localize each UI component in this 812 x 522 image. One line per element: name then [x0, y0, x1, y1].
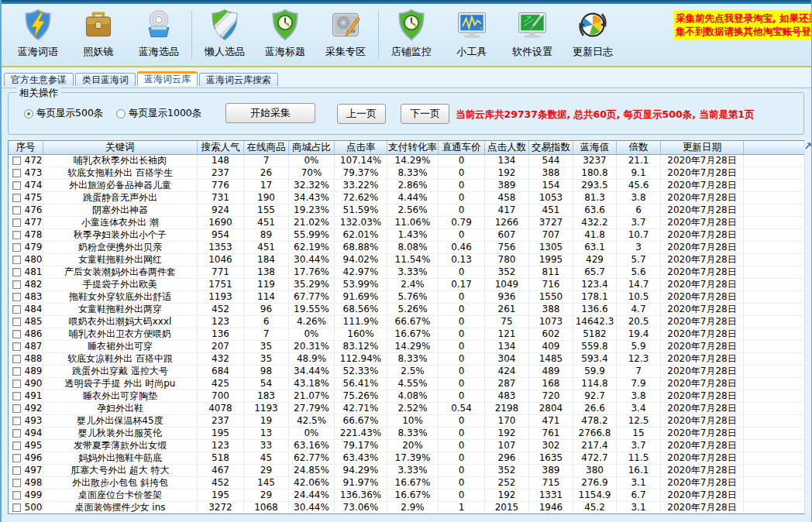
column-header-9[interactable]: 交易指数 [529, 141, 573, 154]
tab-word-cloud-db[interactable]: 蓝海词云库 [137, 71, 198, 86]
table-row[interactable]: 476阴塞外出神器92415519.23%51.59%2.56%04174516… [9, 204, 807, 217]
table-row[interactable]: 482手提袋子外出欧美175111935.29%53.99%2.4%0.1710… [9, 279, 807, 291]
row-checkbox[interactable] [12, 318, 21, 326]
prev-page-button[interactable]: 上一页 [337, 104, 386, 124]
toolbar-item-demon-mirror[interactable]: 照妖镜 [68, 8, 129, 59]
table-cell: 哺乳衣外出卫衣方便喂奶 [43, 328, 198, 340]
table-row[interactable]: 485喂奶衣外出潮妈大码xxxl12364.26%111.9%66.67%075… [9, 316, 807, 328]
row-checkbox[interactable] [12, 429, 21, 438]
row-checkbox[interactable] [12, 404, 21, 413]
column-header-11[interactable]: 倍数 [617, 141, 661, 154]
row-checkbox[interactable] [12, 441, 21, 450]
column-header-10[interactable]: 蓝海值 [573, 141, 617, 154]
row-checkbox[interactable] [12, 355, 21, 363]
vertical-scrollbar[interactable] [804, 140, 811, 514]
column-header-1[interactable]: 关键词 [43, 141, 198, 154]
login-warning-banner[interactable]: 采集前先点我登录淘宝, 如果还采 集不到数据请换其他淘宝账号登录 [673, 10, 811, 40]
table-cell: 2020年7月28日 [661, 428, 744, 439]
table-cell-filler [744, 440, 807, 452]
table-row[interactable]: 480女童鞋拖鞋外出网红104618430.44%94.02%11.54%0.1… [9, 254, 807, 266]
table-cell: 700 [198, 390, 244, 402]
row-checkbox[interactable] [12, 268, 21, 276]
table-row[interactable]: 481产后女装潮妈外出春两件套77113817.76%42.97%3.33%03… [9, 266, 807, 279]
row-checkbox[interactable] [12, 466, 21, 475]
tab-word-cloud-search[interactable]: 蓝海词云库搜索 [199, 73, 278, 86]
table-row[interactable]: 497肛塞大号外出 超大 特大4672924.85%94.29%3.33%035… [9, 465, 807, 477]
table-row[interactable]: 494婴儿秋装外出服英伦195130%221.43%8.33%019276127… [9, 428, 807, 440]
column-header-8[interactable]: 点击人数 [485, 141, 529, 154]
table-cell: 389 [485, 180, 529, 191]
table-row[interactable]: 492孕妇外出鞋4078119327.79%42.71%2.52%0.54219… [9, 403, 807, 415]
table-cell: 29 [244, 465, 289, 476]
table-row[interactable]: 477小童连体衣外出 潮169045121.02%132.03%11.06%0.… [9, 217, 807, 229]
toolbar-item-collect-zone[interactable]: 采集专区 [315, 8, 376, 59]
row-checkbox[interactable] [12, 417, 21, 425]
table-row[interactable]: 495发带夏季薄款外出女缎1233363.16%79.17%20%0107302… [9, 440, 807, 452]
toolbar-item-software-settings[interactable]: 软件设置 [502, 8, 563, 59]
row-checkbox[interactable] [12, 379, 21, 388]
toolbar-item-shop-monitor[interactable]: 店铺监控 [381, 8, 442, 59]
row-checkbox[interactable] [12, 181, 21, 190]
row-checkbox[interactable] [12, 293, 21, 301]
row-checkbox[interactable] [12, 243, 21, 252]
table-row[interactable]: 474外出旅游必备品神器儿童7761732.32%33.22%2.86%0389… [9, 180, 807, 192]
table-row[interactable]: 499桌面座位台卡价签架1952924.44%136.36%16.67%0192… [9, 489, 807, 502]
table-row[interactable]: 488软底女凉鞋外出 百搭中跟4323548.9%112.94%8.33%030… [9, 353, 807, 366]
toolbar-item-small-tools[interactable]: 小工具 [442, 8, 502, 59]
table-row[interactable]: 472哺乳衣秋季外出长袖肉14870%107.14%14.29%01345443… [9, 155, 807, 167]
tab-category-words[interactable]: 类目蓝海词 [75, 73, 136, 86]
row-checkbox[interactable] [12, 392, 21, 400]
table-row[interactable]: 496妈妈外出拖鞋牛筋底5184562.77%63.43%17.39%02961… [9, 452, 807, 465]
tab-official-business[interactable]: 官方生意参谋 [4, 73, 74, 86]
toolbar-item-blue-ocean-title[interactable]: 蓝海标题 [255, 8, 315, 59]
row-checkbox[interactable] [12, 169, 21, 177]
row-checkbox[interactable] [12, 156, 21, 165]
table-row[interactable]: 498外出散步小包包 斜挎包45214542.06%91.97%16.67%02… [9, 477, 807, 489]
table-row[interactable]: 483拖鞋女外穿软底外出舒适119311467.77%91.69%5.76%09… [9, 291, 807, 304]
table-row[interactable]: 475跳蛋静音无声外出73119034.43%72.62%4.44%045810… [9, 192, 807, 204]
row-checkbox[interactable] [12, 491, 21, 500]
column-header-7[interactable]: 直通车价 [439, 141, 485, 154]
row-checkbox[interactable] [12, 454, 21, 462]
table-row[interactable]: 473软底女拖鞋外出 百搭学生2372670%79.37%8.33%019238… [9, 167, 807, 180]
column-header-4[interactable]: 商城占比 [289, 141, 335, 154]
row-checkbox[interactable] [12, 256, 21, 264]
row-checkbox[interactable] [12, 194, 21, 202]
column-header-6[interactable]: 支付转化率 [387, 141, 439, 154]
table-row[interactable]: 500桌面装饰摆件少女 ins3272106830.44%73.06%2.9%1… [9, 502, 807, 513]
column-header-12[interactable]: 更新日期 [661, 141, 744, 154]
table-row[interactable]: 489跳蛋外出穿戴 遥控大号6849834.44%52.33%2.5%04244… [9, 366, 807, 378]
table-row[interactable]: 486哺乳衣外出卫衣方便喂奶13670%160%16.67%0121602518… [9, 328, 807, 341]
table-row[interactable]: 478秋季孕妇装外出小个子9548955.99%62.01%1.43%06077… [9, 229, 807, 242]
table-row[interactable]: 490透明袋子手提 外出 时尚pu4255443.18%56.41%4.55%0… [9, 378, 807, 390]
toolbar-item-update-log[interactable]: 更新日志 [563, 8, 623, 59]
toolbar-item-blue-ocean-selection[interactable]: 蓝海选品 [129, 8, 189, 59]
radio-per-page-500[interactable]: 每页显示500条 [24, 107, 103, 120]
toolbar-item-blue-ocean-words[interactable]: 蓝海词语 [8, 8, 68, 59]
row-checkbox[interactable] [12, 305, 21, 314]
table-row[interactable]: 479奶粉盒便携外出贝亲135345162.19%68.88%8.08%0.46… [9, 242, 807, 254]
start-collect-button[interactable]: 开始采集 [225, 103, 315, 123]
row-checkbox[interactable] [12, 280, 21, 289]
row-checkbox[interactable] [12, 503, 21, 512]
row-checkbox[interactable] [12, 367, 21, 376]
radio-per-page-1000[interactable]: 每页显示1000条 [116, 107, 201, 120]
table-cell: 1193 [198, 291, 244, 303]
row-checkbox[interactable] [12, 342, 21, 351]
table-row[interactable]: 484女童鞋拖鞋外出两穿4529619.55%68.56%5.26%026138… [9, 304, 807, 316]
next-page-button[interactable]: 下一页 [401, 104, 449, 124]
table-row[interactable]: 493婴儿外出保温杯45度2371942.5%66.67%10%01704714… [9, 415, 807, 428]
table-cell: 3.1 [617, 477, 661, 489]
row-checkbox[interactable] [12, 218, 21, 227]
column-header-3[interactable]: 在线商品 [244, 141, 289, 154]
row-checkbox[interactable] [12, 479, 21, 487]
toolbar-item-lazy-selection[interactable]: 懒人选品 [194, 8, 255, 59]
column-header-2[interactable]: 搜索人气 [198, 141, 244, 154]
row-checkbox[interactable] [12, 231, 21, 239]
table-row[interactable]: 491睡衣外出可穿胸垫70018321.07%75.26%4.08%048372… [9, 390, 807, 403]
column-header-0[interactable]: 序号 [9, 141, 43, 154]
row-checkbox[interactable] [12, 330, 21, 338]
column-header-5[interactable]: 点击率 [335, 141, 387, 154]
table-row[interactable]: 487睡衣裙外出可穿2073520.31%83.12%14.29%0134409… [9, 341, 807, 353]
row-checkbox[interactable] [12, 206, 21, 215]
